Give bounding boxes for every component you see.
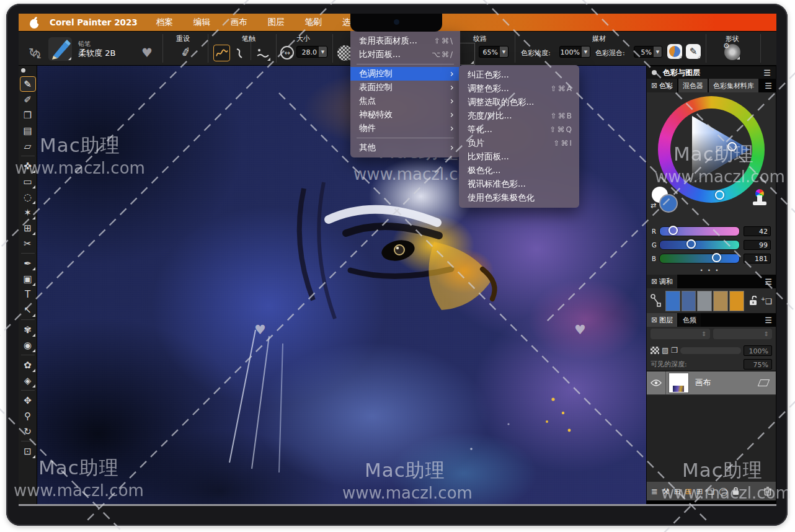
duplicate-icon[interactable]: ❐ <box>671 346 678 355</box>
menu-item-apply-surface-texture[interactable]: 套用表面材质...⇧⌘\ <box>350 34 460 48</box>
layers-options-icon[interactable]: ☰ <box>765 316 776 325</box>
dropdown-arrow-icon[interactable]: ▼ <box>582 47 590 57</box>
new-liquid-ink-layer-icon[interactable]: ⊞ <box>696 487 703 495</box>
panel-resize-dots[interactable]: ••• <box>647 267 776 275</box>
tab-color-set[interactable]: 色彩集材料库 <box>709 79 758 92</box>
opacity-value-dropdown[interactable]: 100%▼ <box>559 46 590 58</box>
eye-icon[interactable] <box>651 379 662 386</box>
clone-color-stamp-icon[interactable] <box>752 189 767 206</box>
favorite-heart-icon[interactable]: ♥ <box>141 45 153 60</box>
submenu-item-negative[interactable]: 负片⇧⌘I <box>459 136 579 150</box>
menu-item-match-palette[interactable]: 比对面板...⌥⌘/ <box>350 48 460 61</box>
tool-smart-stroke[interactable]: ✾ <box>20 322 36 337</box>
dropdown-arrow-icon[interactable]: ▼ <box>500 47 508 57</box>
tool-rotate-page[interactable]: ↻ <box>20 423 36 439</box>
delete-layer-icon[interactable] <box>764 487 771 495</box>
green-value[interactable]: 99 <box>744 240 771 250</box>
size-value-dropdown[interactable]: 28.0▼ <box>296 46 327 58</box>
add-swatch-icon[interactable]: +❑ <box>761 296 772 306</box>
submenu-item-adjust-colors[interactable]: 调整色彩...⇧⌘A <box>459 82 579 95</box>
brush-media-icon[interactable]: ✎ <box>686 44 701 59</box>
color-media-icon[interactable] <box>667 44 682 59</box>
menu-brushes[interactable]: 笔刷 <box>305 17 322 28</box>
tool-eraser[interactable]: ▱ <box>20 138 36 154</box>
tool-shape-select[interactable]: ↖ <box>20 302 36 317</box>
front-color-swatch[interactable] <box>659 194 678 213</box>
close-panel-icon[interactable]: ⊠ <box>651 81 657 90</box>
dropdown-arrow-icon[interactable]: ▼ <box>319 47 327 57</box>
tool-text[interactable]: T <box>20 286 36 302</box>
straight-stroke-button[interactable] <box>232 45 249 61</box>
layer-visibility-cell[interactable] <box>647 371 666 394</box>
tool-brush[interactable]: ✎ <box>20 76 36 92</box>
tool-layer-adjuster[interactable]: ✜ <box>20 158 36 174</box>
tool-crop[interactable]: ✂ <box>20 236 36 251</box>
layer-row-canvas[interactable]: 画布 <box>647 371 776 395</box>
harmony-swatch[interactable] <box>729 291 744 311</box>
dropdown-arrow-icon[interactable]: ▼ <box>654 47 662 57</box>
menu-edit[interactable]: 编辑 <box>193 17 210 28</box>
harmony-swatch[interactable] <box>665 291 680 311</box>
layer-mask-icon[interactable]: ◯ <box>719 487 728 495</box>
menu-file[interactable]: 档案 <box>156 17 173 28</box>
harmony-swatch[interactable] <box>697 291 712 311</box>
menu-canvas[interactable]: 画布 <box>231 17 247 28</box>
hue-selector-knob[interactable] <box>715 190 724 200</box>
harmony-options-icon[interactable]: ☰ <box>765 277 776 286</box>
tool-magnifier[interactable]: ⚲ <box>20 408 36 423</box>
new-layer-icon[interactable]: ⊞ <box>674 487 681 495</box>
menu-item-other[interactable]: 其他› <box>350 141 460 154</box>
blue-value[interactable]: 181 <box>744 254 771 264</box>
brush-selector-thumbnail[interactable] <box>48 37 72 61</box>
unlock-icon[interactable] <box>749 296 757 306</box>
submenu-item-correct-colors[interactable]: 纠正色彩... <box>459 68 579 82</box>
restore-default-variant-icon[interactable]: ↻ ↻ <box>29 45 45 61</box>
dab-shape-icon[interactable]: ⚙ <box>724 44 740 60</box>
submenu-item-posterize[interactable]: 极色化... <box>459 164 579 177</box>
tab-harmony[interactable]: ⊠ 调和 <box>647 275 677 288</box>
tool-dropper[interactable]: ✐ <box>20 92 36 107</box>
menu-item-tonal-control[interactable]: 色调控制› <box>350 67 460 81</box>
tool-paint-bucket[interactable]: ❒ <box>20 107 36 123</box>
submenu-item-adjust-selected-colors[interactable]: 调整选取的色彩... <box>459 95 579 109</box>
menu-item-focus[interactable]: 焦点› <box>350 94 460 108</box>
green-slider[interactable] <box>659 240 740 250</box>
tool-pen[interactable]: ✒ <box>20 255 36 271</box>
tool-gradient[interactable]: ▤ <box>20 123 36 138</box>
triangle-selector-knob[interactable] <box>727 142 737 151</box>
panel-menu-icon[interactable]: ☰ <box>763 68 771 78</box>
tool-transform[interactable]: ⊞ <box>20 220 36 236</box>
harmony-link-icon[interactable] <box>651 294 662 308</box>
menu-item-surface-control[interactable]: 表面控制› <box>350 81 460 94</box>
close-panel-icon[interactable]: ⊠ <box>651 316 657 324</box>
tool-cloner[interactable]: ◉ <box>20 337 36 353</box>
red-value[interactable]: 42 <box>744 226 771 236</box>
apple-menu-icon[interactable] <box>29 16 41 30</box>
saturation-value-triangle[interactable] <box>671 109 752 190</box>
color-panel-options-icon[interactable]: ☰ <box>765 81 776 91</box>
sub-blend-select[interactable]: ⇕ <box>713 329 773 339</box>
harmony-swatch[interactable] <box>713 291 728 311</box>
tool-rect-select[interactable]: ▭ <box>20 174 36 189</box>
submenu-item-posterize-using-color-set[interactable]: 使用色彩集极色化 <box>459 191 579 205</box>
tool-mirror-painting[interactable]: ✿ <box>20 357 36 373</box>
tab-layers[interactable]: ⊠ 图层 <box>647 313 677 327</box>
blue-slider[interactable] <box>659 254 740 264</box>
tool-rect-shape[interactable]: ▣ <box>20 271 36 286</box>
dynamic-plugins-icon[interactable]: ⚒ <box>662 487 670 495</box>
tool-lasso[interactable]: ◌ <box>20 189 36 205</box>
swap-colors-icon[interactable]: ⇄ <box>651 202 656 210</box>
app-name[interactable]: Corel Painter 2023 <box>50 17 138 27</box>
size-icon[interactable]: ↔ <box>280 46 294 60</box>
grain-value-dropdown[interactable]: 65%▼ <box>479 46 509 58</box>
red-slider[interactable] <box>659 226 740 236</box>
layer-commands-icon[interactable]: ≣ <box>651 487 658 495</box>
submenu-item-brightness-contrast[interactable]: 亮度/对比...⇧⌘B <box>459 109 579 123</box>
tab-mixer[interactable]: 混色器 <box>678 79 708 92</box>
stroke-jitter-button[interactable] <box>254 45 271 61</box>
brush-variant-label[interactable]: 柔软度 2B <box>78 48 115 59</box>
layer-opacity-slider[interactable] <box>680 347 741 354</box>
submenu-item-match-palette[interactable]: 比对面板... <box>459 150 579 164</box>
new-group-icon[interactable]: ❏ <box>707 487 714 495</box>
close-panel-icon[interactable]: ⊠ <box>651 277 657 286</box>
